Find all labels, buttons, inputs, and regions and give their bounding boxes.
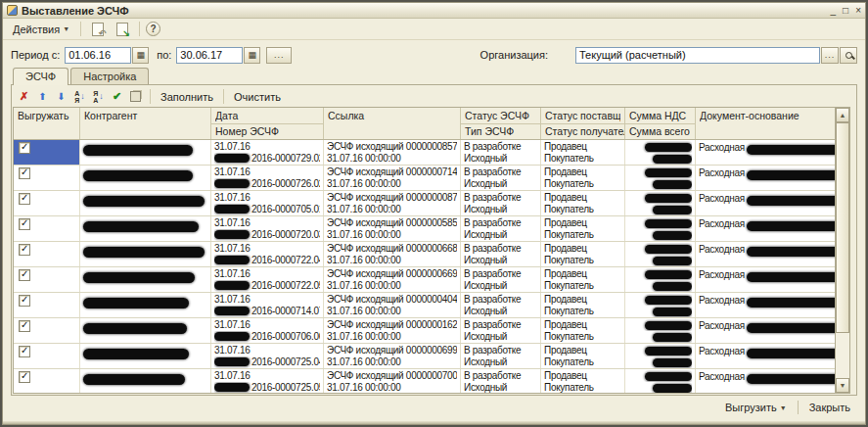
scroll-down-icon[interactable]: ▼ <box>836 378 849 393</box>
cell-supplier-receiver: Продавец Покупатель <box>541 191 625 215</box>
uncheck-all-icon[interactable] <box>128 89 143 104</box>
period-more-button[interactable]: ... <box>266 47 292 64</box>
minimize-button[interactable]: _ <box>831 6 837 16</box>
cell-supplier-receiver: Продавец Покупатель <box>541 318 625 343</box>
row-checkbox[interactable]: ✓ <box>19 244 30 256</box>
cell-export: ✓ <box>14 242 80 266</box>
cell-sums <box>625 318 696 343</box>
redacted-vat-sum <box>645 168 692 177</box>
redacted-number-prefix <box>214 179 250 188</box>
actions-menu-button[interactable]: Действия ▼ <box>8 21 74 38</box>
export-button[interactable]: Выгрузить ▼ <box>720 399 792 416</box>
table-row[interactable]: ✓ 31.07.16 2016-0000725.05 ЭСЧФ исходящи… <box>14 369 835 393</box>
cell-sums <box>625 216 696 241</box>
row-checkbox[interactable]: ✓ <box>19 269 30 281</box>
sort-ascending-icon[interactable]: АЯ↓ <box>72 89 87 104</box>
sort-descending-icon[interactable]: ЯА↓ <box>91 89 106 104</box>
move-up-icon[interactable]: ⬆ <box>35 89 50 104</box>
help-icon[interactable]: ? <box>146 22 160 36</box>
calendar-icon[interactable]: ▦ <box>132 47 149 64</box>
table-row[interactable]: ✓ 31.07.16 2016-0000722.05 ЭСЧФ исходящи… <box>14 267 835 293</box>
redacted-total-sum <box>653 282 692 291</box>
row-checkbox[interactable]: ✓ <box>19 193 30 205</box>
redacted-vat-sum <box>645 347 692 356</box>
header-sums[interactable]: Сумма НДС Сумма всего <box>625 108 696 139</box>
cell-date-number: 31.07.16 2016-0000725.04 <box>211 344 324 368</box>
redacted-total-sum <box>653 308 692 316</box>
redacted-doc <box>747 247 835 257</box>
cell-contragent <box>80 318 211 343</box>
period-to-label: по: <box>157 49 171 61</box>
table-row[interactable]: ✓ 31.07.16 2016-0000706.06 ЭСЧФ исходящи… <box>14 318 835 344</box>
header-doc[interactable]: Документ-основание <box>696 108 835 139</box>
row-checkbox[interactable]: ✓ <box>19 218 30 230</box>
redacted-total-sum <box>653 231 692 240</box>
cell-export: ✓ <box>14 140 80 165</box>
table-row[interactable]: ✓ 31.07.16 2016-0000722.04 ЭСЧФ исходящи… <box>14 242 835 267</box>
cell-export: ✓ <box>14 293 80 317</box>
title-bar: Выставление ЭСЧФ _ □ × <box>3 3 865 19</box>
redacted-doc <box>747 145 835 155</box>
header-supplier-receiver[interactable]: Статус поставщика Статус получателя <box>541 108 625 139</box>
row-checkbox[interactable]: ✓ <box>19 295 30 307</box>
redacted-number-prefix <box>214 332 250 341</box>
row-checkbox[interactable]: ✓ <box>19 142 30 154</box>
cell-export: ✓ <box>14 216 80 241</box>
period-to-input[interactable] <box>176 47 243 64</box>
table-row[interactable]: ✓ 31.07.16 2016-0000720.03 ЭСЧФ исходящи… <box>14 216 835 242</box>
cell-doc: Расходная <box>696 140 835 165</box>
close-button[interactable]: × <box>855 6 861 16</box>
form-area: Период с: ▦ по: ▦ ... Организация: ... Э… <box>3 40 865 421</box>
header-date-number[interactable]: Дата Номер ЭСЧФ <box>211 108 324 139</box>
row-checkbox[interactable]: ✓ <box>19 167 30 179</box>
delete-row-icon[interactable]: ✗ <box>17 89 31 104</box>
table-row[interactable]: ✓ 31.07.16 2016-0000705.01 ЭСЧФ исходящи… <box>14 191 835 216</box>
table-row[interactable]: ✓ 31.07.16 2016-0000726.02 ЭСЧФ исходящи… <box>14 166 835 191</box>
redacted-total-sum <box>653 180 692 189</box>
move-down-icon[interactable]: ⬇ <box>54 89 69 104</box>
header-link[interactable]: Ссылка <box>324 108 461 139</box>
header-export[interactable]: Выгружать <box>14 108 80 139</box>
vertical-scrollbar[interactable]: ▲ ▼ <box>836 107 850 394</box>
header-status-type[interactable]: Статус ЭСЧФ Тип ЭСЧФ <box>461 108 541 139</box>
table-row[interactable]: ✓ 31.07.16 2016-0000714.07 ЭСЧФ исходящи… <box>14 293 835 318</box>
page-icon: ↶ <box>92 23 104 36</box>
table-row[interactable]: ✓ 31.07.16 2016-0000725.04 ЭСЧФ исходящи… <box>14 344 835 369</box>
cell-link: ЭСЧФ исходящий 0000000668 от 31.07.16 00… <box>324 242 461 266</box>
cell-doc: Расходная <box>696 166 835 190</box>
cell-contragent <box>80 191 211 215</box>
organization-select-button[interactable]: ... <box>821 47 839 64</box>
header-contragent[interactable]: Контрагент <box>80 108 211 139</box>
cell-contragent <box>80 140 211 165</box>
window-title: Выставление ЭСЧФ <box>22 5 129 17</box>
cell-status-type: В разработке Исходный <box>461 293 541 317</box>
redacted-total-sum <box>653 257 692 265</box>
check-all-icon[interactable]: ✔ <box>110 89 124 104</box>
row-checkbox[interactable]: ✓ <box>19 371 30 383</box>
cell-export: ✓ <box>14 191 80 215</box>
cell-supplier-receiver: Продавец Покупатель <box>541 242 625 266</box>
close-form-button[interactable]: Закрыть <box>804 399 855 416</box>
table-row[interactable]: ✓ 31.07.16 2016-0000729.02 ЭСЧФ исходящи… <box>14 140 835 166</box>
reread-button[interactable]: ↶ <box>87 20 109 39</box>
redacted-total-sum <box>653 358 692 367</box>
period-from-input[interactable] <box>65 47 131 64</box>
scroll-up-icon[interactable]: ▲ <box>836 108 849 122</box>
redacted-doc <box>747 170 835 180</box>
tab-eschf[interactable]: ЭСЧФ <box>13 68 69 85</box>
redacted-vat-sum <box>645 194 692 203</box>
cell-status-type: В разработке Исходный <box>461 140 541 165</box>
fill-button[interactable]: Заполнить <box>158 90 216 104</box>
organization-input[interactable] <box>575 47 820 64</box>
search-icon[interactable] <box>840 47 857 64</box>
row-checkbox[interactable]: ✓ <box>19 320 30 332</box>
redacted-vat-sum <box>645 296 692 305</box>
row-checkbox[interactable]: ✓ <box>19 346 30 357</box>
scrollbar-thumb[interactable] <box>836 122 849 333</box>
load-settings-button[interactable]: ↘ <box>112 20 133 39</box>
maximize-button[interactable]: □ <box>843 6 848 16</box>
calendar-icon[interactable]: ▦ <box>244 47 260 64</box>
redacted-contragent <box>83 272 195 283</box>
clear-button[interactable]: Очистить <box>231 90 284 104</box>
tab-settings[interactable]: Настройка <box>70 68 149 84</box>
